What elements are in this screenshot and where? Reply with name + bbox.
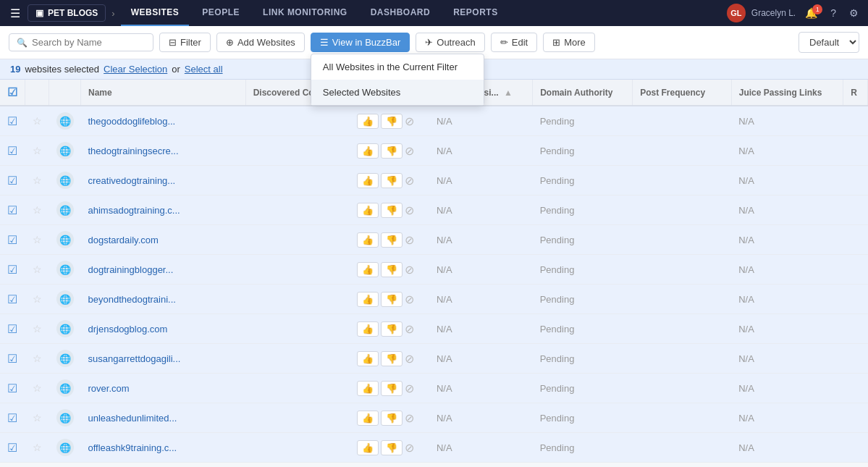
- thumbup-button[interactable]: 👍: [357, 292, 379, 307]
- thumbup-button[interactable]: 👍: [357, 411, 379, 426]
- block-button[interactable]: ⊘: [405, 293, 414, 306]
- block-button[interactable]: ⊘: [405, 203, 414, 217]
- block-button[interactable]: ⊘: [405, 322, 414, 336]
- row-star[interactable]: ☆: [25, 314, 49, 344]
- app-logo[interactable]: ▣ PET BLOGS: [28, 4, 106, 22]
- menu-button[interactable]: ☰: [6, 4, 25, 23]
- row-checkbox[interactable]: ☑: [0, 433, 25, 463]
- block-button[interactable]: ⊘: [405, 441, 414, 455]
- thumbup-button[interactable]: 👍: [357, 173, 379, 188]
- thumbdown-button[interactable]: 👎: [381, 143, 403, 159]
- block-button[interactable]: ⊘: [405, 352, 414, 366]
- clear-selection-link[interactable]: Clear Selection: [104, 64, 167, 75]
- select-all-checkbox[interactable]: ☑: [7, 86, 17, 98]
- thumbdown-button[interactable]: 👎: [381, 440, 403, 455]
- row-site-name[interactable]: offleashk9training.c...: [81, 433, 246, 463]
- row-site-name[interactable]: thedogtrainingsecre...: [81, 136, 246, 166]
- filter-button[interactable]: ⊟ Filter: [159, 33, 211, 52]
- row-star[interactable]: ☆: [25, 136, 49, 166]
- row-star[interactable]: ☆: [25, 255, 49, 285]
- thumbdown-button[interactable]: 👎: [381, 351, 403, 366]
- settings-button[interactable]: ⚙: [846, 6, 862, 20]
- row-site-name[interactable]: dogtrainingblogger...: [81, 255, 246, 285]
- row-checkbox[interactable]: ☑: [0, 255, 25, 285]
- col-header-da[interactable]: Domain Authority: [533, 80, 633, 106]
- row-site-name[interactable]: beyondthedogtraini...: [81, 285, 246, 314]
- row-star[interactable]: ☆: [25, 166, 49, 195]
- row-checkbox[interactable]: ☑: [0, 136, 25, 166]
- thumbup-button[interactable]: 👍: [357, 440, 379, 455]
- row-site-name[interactable]: drjensdogblog.com: [81, 314, 246, 344]
- row-checkbox[interactable]: ☑: [0, 374, 25, 403]
- thumbdown-button[interactable]: 👎: [381, 411, 403, 426]
- block-button[interactable]: ⊘: [405, 174, 414, 188]
- tab-dashboard[interactable]: DASHBOARD: [361, 0, 441, 26]
- row-site-name[interactable]: dogstardaily.com: [81, 225, 246, 255]
- row-checkbox[interactable]: ☑: [0, 166, 25, 195]
- block-button[interactable]: ⊘: [405, 411, 414, 425]
- block-button[interactable]: ⊘: [405, 263, 414, 277]
- thumbup-button[interactable]: 👍: [357, 351, 379, 366]
- notifications-button[interactable]: 🔔 1: [801, 6, 821, 20]
- thumbdown-button[interactable]: 👎: [381, 292, 403, 307]
- thumbup-button[interactable]: 👍: [357, 262, 379, 277]
- row-checkbox[interactable]: ☑: [0, 314, 25, 344]
- more-button[interactable]: ⊞ More: [543, 33, 595, 52]
- row-star[interactable]: ☆: [25, 195, 49, 225]
- row-site-name[interactable]: rover.com: [81, 374, 246, 403]
- thumbdown-button[interactable]: 👎: [381, 262, 403, 277]
- tab-link-monitoring[interactable]: LINK MONITORING: [253, 0, 358, 26]
- row-checkbox[interactable]: ☑: [0, 403, 25, 433]
- row-checkbox[interactable]: ☑: [0, 225, 25, 255]
- col-header-pf[interactable]: Post Frequency: [633, 80, 732, 106]
- thumbdown-button[interactable]: 👎: [381, 232, 403, 248]
- view-buzzbar-button[interactable]: ☰ View in BuzzBar: [311, 33, 410, 52]
- row-star[interactable]: ☆: [25, 403, 49, 433]
- block-button[interactable]: ⊘: [405, 382, 414, 395]
- row-site-name[interactable]: unleashedunlimited...: [81, 403, 246, 433]
- row-star[interactable]: ☆: [25, 106, 49, 136]
- default-select[interactable]: Default: [799, 32, 859, 53]
- row-checkbox[interactable]: ☑: [0, 106, 25, 136]
- edit-button[interactable]: ✏ Edit: [491, 33, 537, 52]
- help-button[interactable]: ?: [827, 6, 840, 20]
- col-header-check[interactable]: ☑: [0, 80, 25, 106]
- thumbup-button[interactable]: 👍: [357, 381, 379, 396]
- select-all-link[interactable]: Select all: [185, 64, 223, 75]
- thumbdown-button[interactable]: 👎: [381, 114, 403, 129]
- col-header-r[interactable]: R: [843, 80, 868, 106]
- col-header-jpl[interactable]: Juice Passing Links: [731, 80, 843, 106]
- thumbdown-button[interactable]: 👎: [381, 173, 403, 188]
- tab-websites[interactable]: WEBSITES: [121, 0, 190, 26]
- thumbup-button[interactable]: 👍: [357, 143, 379, 159]
- row-site-name[interactable]: susangarrettdogagili...: [81, 344, 246, 374]
- row-star[interactable]: ☆: [25, 374, 49, 403]
- search-input[interactable]: [32, 37, 146, 48]
- dropdown-item-all-current[interactable]: All Websites in the Current Filter: [311, 54, 484, 80]
- row-checkbox[interactable]: ☑: [0, 195, 25, 225]
- add-websites-button[interactable]: ⊕ Add Websites: [216, 33, 305, 52]
- thumbup-button[interactable]: 👍: [357, 114, 379, 129]
- row-site-name[interactable]: ahimsadogtraining.c...: [81, 195, 246, 225]
- thumbdown-button[interactable]: 👎: [381, 203, 403, 218]
- thumbdown-button[interactable]: 👎: [381, 381, 403, 396]
- row-site-name[interactable]: creativedogtraining...: [81, 166, 246, 195]
- block-button[interactable]: ⊘: [405, 233, 414, 247]
- row-star[interactable]: ☆: [25, 285, 49, 314]
- col-header-name[interactable]: Name: [81, 80, 246, 106]
- search-box[interactable]: 🔍: [9, 33, 153, 51]
- row-checkbox[interactable]: ☑: [0, 285, 25, 314]
- row-site-name[interactable]: thegooddoglifeblog...: [81, 106, 246, 136]
- row-star[interactable]: ☆: [25, 225, 49, 255]
- thumbup-button[interactable]: 👍: [357, 232, 379, 248]
- block-button[interactable]: ⊘: [405, 144, 414, 158]
- tab-reports[interactable]: REPORTS: [443, 0, 508, 26]
- tab-people[interactable]: PEOPLE: [192, 0, 250, 26]
- row-star[interactable]: ☆: [25, 344, 49, 374]
- row-checkbox[interactable]: ☑: [0, 344, 25, 374]
- thumbup-button[interactable]: 👍: [357, 203, 379, 218]
- thumbdown-button[interactable]: 👎: [381, 321, 403, 337]
- row-star[interactable]: ☆: [25, 433, 49, 463]
- outreach-button[interactable]: ✈ Outreach: [416, 33, 484, 52]
- dropdown-item-selected[interactable]: Selected Websites: [311, 80, 484, 105]
